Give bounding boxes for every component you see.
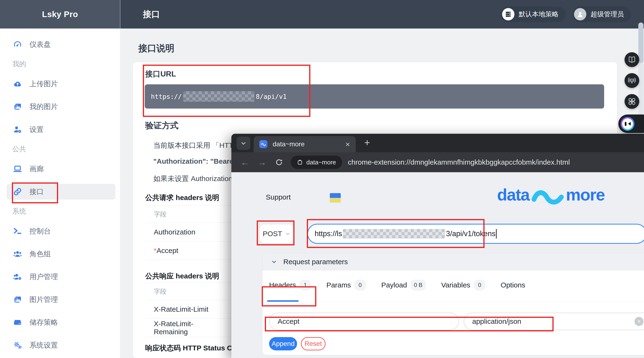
reset-button[interactable]: Reset bbox=[301, 337, 326, 350]
sidebar-item-system-settings[interactable]: 系统设置 bbox=[7, 337, 115, 353]
status-code-heading: 响应状态码 HTTP Status Code bbox=[145, 343, 245, 353]
blurred-region bbox=[343, 229, 445, 239]
field-cell: Authorization bbox=[145, 228, 227, 236]
column-header: 字段 bbox=[145, 210, 227, 219]
tab-label: Params bbox=[326, 280, 351, 290]
blurred-region bbox=[183, 91, 254, 102]
tab-variables[interactable]: Variables0 bbox=[441, 280, 485, 302]
sidebar-item-label: 用户管理 bbox=[30, 272, 58, 282]
link-icon bbox=[12, 187, 23, 197]
api-url-label: 接口URL bbox=[145, 69, 176, 79]
tab-count-badge: 0 B bbox=[411, 280, 426, 290]
broadcast-button[interactable] bbox=[624, 73, 639, 88]
sidebar-item-dashboard[interactable]: 仪表盘 bbox=[7, 37, 115, 52]
sidebar-item-gallery[interactable]: 画廊 bbox=[7, 161, 115, 177]
new-tab-button[interactable]: + bbox=[364, 137, 370, 148]
tab-label: Headers bbox=[269, 280, 296, 290]
forward-icon[interactable]: → bbox=[258, 157, 266, 167]
method-value: POST bbox=[263, 230, 282, 238]
sidebar-item-label: 画廊 bbox=[30, 164, 44, 174]
ai-assistant-button[interactable] bbox=[618, 114, 644, 133]
hard-drive-icon bbox=[12, 318, 23, 327]
images-icon bbox=[12, 102, 23, 111]
server-icon bbox=[502, 8, 514, 21]
tab-count-badge: 0 bbox=[355, 280, 366, 290]
browser-tabstrip: data~more × + bbox=[231, 134, 644, 152]
extension-name-chip[interactable]: data~more bbox=[291, 156, 342, 169]
header-value-input[interactable]: application/json bbox=[464, 313, 644, 330]
user-badge-label: 超级管理员 bbox=[590, 10, 624, 19]
append-button[interactable]: Append bbox=[269, 337, 297, 350]
sidebar-section-label: 我的 bbox=[12, 59, 120, 67]
panel-title: Request parameters bbox=[283, 258, 348, 266]
sidebar-item-label: 仪表盘 bbox=[30, 40, 51, 49]
browser-tab[interactable]: data~more × bbox=[254, 136, 356, 152]
browser-toolbar: ← → data~more chrome-extension://dmnglek… bbox=[231, 152, 644, 172]
logo-wave-icon bbox=[530, 188, 566, 205]
clear-value-icon[interactable]: × bbox=[634, 317, 644, 326]
request-headers-heading: 公共请求 headers 说明 bbox=[145, 193, 219, 203]
sidebar-nav: 仪表盘我的上传图片我的图片设置公共画廊接口系统控制台角色组用户管理图片管理储存策… bbox=[0, 29, 120, 353]
chevron-down-icon bbox=[271, 259, 277, 265]
ukraine-flag-icon bbox=[330, 193, 341, 203]
request-url-input[interactable]: https://ls 3/api/v1/tokens bbox=[307, 224, 644, 244]
tab-count-badge: 0 bbox=[474, 280, 485, 290]
sidebar-item-label: 我的图片 bbox=[30, 102, 58, 112]
sidebar-item-label: 控制台 bbox=[30, 226, 51, 236]
sidebar-section-label: 公共 bbox=[12, 144, 120, 152]
tab-params[interactable]: Params0 bbox=[326, 280, 366, 302]
sidebar-header: Lsky Pro bbox=[0, 0, 120, 29]
response-headers-heading: 公共响应 headers 说明 bbox=[145, 271, 219, 281]
reload-icon[interactable] bbox=[275, 158, 283, 166]
sidebar-item-role-groups[interactable]: 角色组 bbox=[7, 246, 115, 262]
reader-button[interactable] bbox=[624, 52, 639, 67]
users-icon bbox=[12, 249, 23, 259]
storage-strategy-badge[interactable]: 默认本地策略 bbox=[500, 7, 566, 22]
sidebar-item-console[interactable]: 控制台 bbox=[7, 223, 115, 239]
back-icon[interactable]: ← bbox=[240, 157, 250, 167]
api-url-bar: https:// 8/api/v1 bbox=[145, 84, 604, 109]
extension-page: Support data more POST https://ls 3/api/… bbox=[231, 172, 644, 358]
tab-close-icon[interactable]: × bbox=[345, 140, 350, 148]
tab-options[interactable]: Options bbox=[501, 280, 525, 302]
field-cell: X-RateLimit-Remaining bbox=[145, 320, 227, 336]
topbar-right: 默认本地策略 超级管理员 bbox=[500, 7, 644, 22]
support-link[interactable]: Support bbox=[266, 193, 291, 201]
images-icon bbox=[12, 295, 23, 304]
user-menu[interactable]: 超级管理员 bbox=[572, 7, 631, 22]
sidebar-item-settings[interactable]: 设置 bbox=[7, 122, 115, 137]
method-select[interactable]: POST bbox=[260, 225, 294, 243]
users-gear-icon bbox=[12, 272, 23, 281]
field-cell: *Accept bbox=[145, 247, 227, 255]
request-url-prefix: https://ls bbox=[315, 230, 342, 238]
address-url[interactable]: chrome-extension://dmnglekammnfhimgkbkbg… bbox=[348, 158, 570, 166]
sidebar-item-user-management[interactable]: 用户管理 bbox=[7, 269, 115, 285]
sidebar-item-image-management[interactable]: 图片管理 bbox=[7, 292, 115, 307]
tab-search-button[interactable] bbox=[236, 137, 250, 150]
extension-icon bbox=[297, 159, 303, 165]
request-parameters-header[interactable]: Request parameters bbox=[262, 253, 644, 270]
tab-label: Variables bbox=[441, 280, 470, 290]
text-cursor bbox=[496, 229, 497, 239]
datamore-favicon bbox=[259, 140, 268, 148]
tab-headers[interactable]: Headers1 bbox=[269, 280, 310, 302]
tab-payload[interactable]: Payload0 B bbox=[381, 280, 426, 302]
logo-part2: more bbox=[566, 185, 604, 204]
sidebar-item-storage-strategy[interactable]: 储存策略 bbox=[7, 314, 115, 330]
datamore-logo: data more bbox=[497, 185, 604, 205]
topbar: 接口 默认本地策略 超级管理员 bbox=[120, 0, 644, 29]
header-key-input[interactable]: Accept bbox=[269, 313, 459, 330]
sidebar-item-api[interactable]: 接口 bbox=[7, 184, 115, 200]
apps-button[interactable] bbox=[624, 94, 639, 109]
gears-icon bbox=[12, 340, 23, 350]
browser-window: data~more × + ← → data~more chrome-exten… bbox=[231, 134, 644, 358]
request-url-suffix: 3/api/v1/tokens bbox=[446, 230, 496, 238]
sidebar-section-label: 系统 bbox=[12, 207, 120, 215]
extension-chip-label: data~more bbox=[306, 159, 336, 166]
brand-logo: Lsky Pro bbox=[42, 10, 78, 19]
book-icon bbox=[628, 55, 636, 64]
scrollbar-thumb[interactable] bbox=[638, 23, 644, 63]
column-header: 字段 bbox=[145, 287, 227, 296]
sidebar-item-upload[interactable]: 上传图片 bbox=[7, 76, 115, 92]
sidebar-item-my-images[interactable]: 我的图片 bbox=[7, 99, 115, 114]
